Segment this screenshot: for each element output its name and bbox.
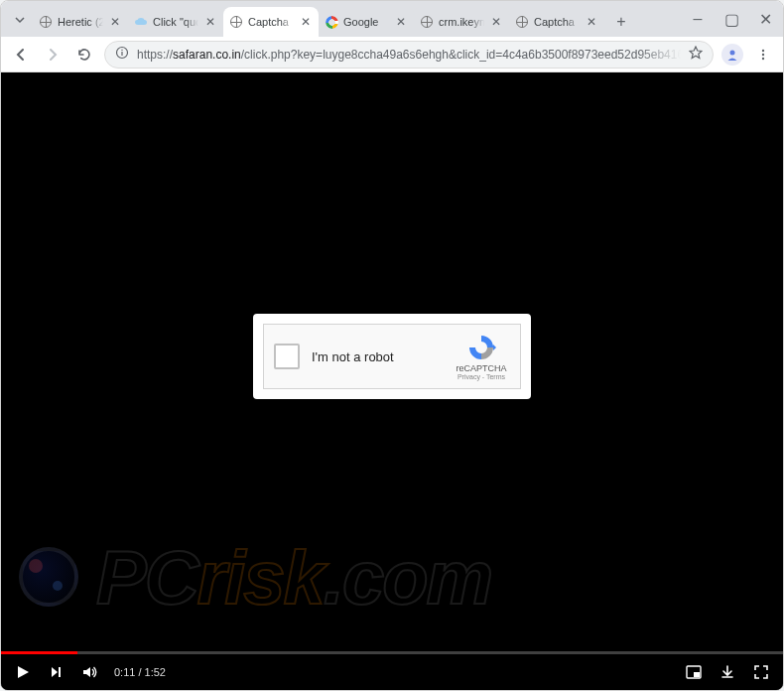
play-button[interactable]	[13, 662, 33, 682]
tab-title: Captcha	[534, 16, 580, 28]
watermark-text: PCrisk.com	[96, 534, 491, 621]
svg-marker-9	[52, 667, 58, 677]
reload-button[interactable]	[72, 43, 96, 67]
recaptcha-box: I'm not a robot reCAPTCHA Privacy - Term…	[263, 324, 521, 389]
address-bar[interactable]: https://safaran.co.in/click.php?key=luyg…	[104, 41, 714, 69]
tab-title: Captcha	[248, 16, 294, 28]
watermark-logo-icon	[19, 547, 78, 607]
watermark: PCrisk.com	[19, 517, 765, 636]
url-text: https://safaran.co.in/click.php?key=luyg…	[137, 48, 681, 62]
tab-crm[interactable]: crm.ikeymast ✕	[414, 7, 509, 37]
recaptcha-label: I'm not a robot	[312, 349, 441, 364]
close-icon[interactable]: ✕	[203, 15, 217, 29]
forward-button[interactable]	[41, 43, 65, 67]
fullscreen-button[interactable]	[751, 662, 771, 682]
volume-button[interactable]	[80, 662, 100, 682]
tab-strip: Heretic (2024 ✕ Click "quot;A ✕ Captcha …	[1, 1, 783, 37]
close-window-button[interactable]: ✕	[753, 7, 777, 31]
tabs-dropdown-icon[interactable]	[11, 11, 29, 29]
svg-point-6	[762, 57, 764, 59]
svg-marker-8	[18, 666, 29, 678]
google-icon	[325, 15, 338, 29]
pip-button[interactable]	[684, 662, 704, 682]
tab-captcha-active[interactable]: Captcha ✕	[223, 7, 319, 37]
recaptcha-logo-icon	[466, 333, 496, 362]
globe-icon	[229, 15, 243, 29]
tab-title: crm.ikeymast	[439, 16, 484, 28]
profile-avatar[interactable]	[721, 44, 743, 66]
browser-toolbar: https://safaran.co.in/click.php?key=luyg…	[1, 37, 783, 72]
close-icon[interactable]: ✕	[489, 15, 503, 29]
svg-rect-1	[121, 52, 122, 56]
svg-marker-11	[83, 667, 90, 677]
recaptcha-brand-name: reCAPTCHA	[456, 363, 506, 373]
new-tab-button[interactable]: +	[608, 9, 634, 35]
globe-icon	[515, 15, 529, 29]
svg-point-5	[762, 53, 764, 55]
tab-click-quot[interactable]: Click "quot;A ✕	[128, 7, 223, 37]
svg-rect-10	[59, 667, 61, 677]
globe-icon	[39, 15, 53, 29]
plus-icon: +	[616, 13, 625, 31]
site-info-icon[interactable]	[115, 46, 129, 63]
recaptcha-brand: reCAPTCHA Privacy - Terms	[453, 333, 510, 380]
svg-point-4	[762, 49, 764, 51]
star-icon[interactable]	[689, 46, 703, 63]
close-icon[interactable]: ✕	[585, 15, 598, 29]
tab-title: Heretic (2024	[58, 16, 103, 28]
back-button[interactable]	[9, 43, 33, 67]
menu-button[interactable]	[751, 43, 775, 67]
minimize-button[interactable]: –	[686, 7, 710, 31]
window-controls: – ▢ ✕	[686, 7, 777, 31]
recaptcha-links[interactable]: Privacy - Terms	[457, 373, 505, 380]
tab-title: Click "quot;A	[153, 16, 198, 28]
time-display: 0:11 / 1:52	[114, 666, 166, 678]
close-icon[interactable]: ✕	[299, 15, 313, 29]
svg-marker-7	[493, 345, 496, 350]
video-player-bar: 0:11 / 1:52	[1, 654, 783, 690]
tab-google[interactable]: Google ✕	[319, 7, 414, 37]
page-content: I'm not a robot reCAPTCHA Privacy - Term…	[1, 72, 783, 690]
close-icon[interactable]: ✕	[394, 15, 408, 29]
next-button[interactable]	[47, 662, 66, 682]
cloud-icon	[134, 15, 148, 29]
tab-title: Google	[343, 16, 389, 28]
svg-rect-13	[694, 672, 700, 677]
captcha-card: I'm not a robot reCAPTCHA Privacy - Term…	[253, 314, 531, 399]
close-icon[interactable]: ✕	[108, 15, 122, 29]
recaptcha-checkbox[interactable]	[274, 344, 300, 369]
globe-icon	[420, 15, 434, 29]
svg-rect-2	[121, 50, 122, 51]
browser-window: Heretic (2024 ✕ Click "quot;A ✕ Captcha …	[0, 0, 784, 691]
svg-point-3	[730, 50, 735, 55]
tab-captcha-2[interactable]: Captcha ✕	[509, 7, 604, 37]
tab-heretic[interactable]: Heretic (2024 ✕	[33, 7, 128, 37]
download-button[interactable]	[718, 662, 737, 682]
maximize-button[interactable]: ▢	[719, 7, 743, 31]
